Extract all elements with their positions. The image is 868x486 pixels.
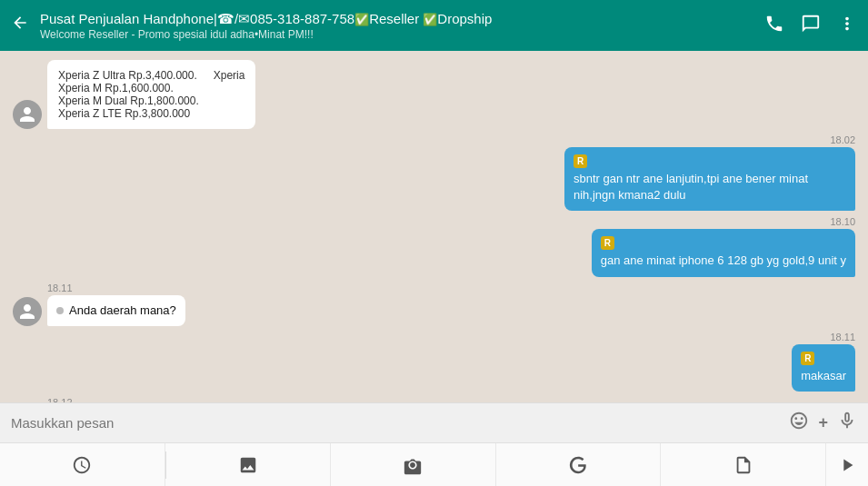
message-row: Xperia Z Ultra Rp.3,400.000. Xperia M Rp… [13,60,855,129]
image-toolbar-item[interactable] [166,443,332,486]
bubble-sender: R [574,154,846,168]
avatar [13,297,42,326]
bottom-toolbar [0,442,868,486]
phone-icon[interactable] [764,14,784,38]
message-row: 18.11 Anda daerah mana? [13,283,855,326]
message-text: Anda daerah mana? [69,303,176,319]
input-icons: + [789,411,857,435]
sender-badge: R [801,352,814,365]
message-bubble: R sbntr gan ntr ane lanjutin,tpi ane ben… [564,147,855,211]
bubble-wrap: 18.11 Anda daerah mana? [47,283,185,326]
back-button[interactable] [11,14,29,37]
timestamp: 18.11 [830,332,855,342]
chat-header: Pusat Penjualan Handphone|☎/✉085-318-887… [0,0,868,51]
google-toolbar-item[interactable] [496,443,662,486]
emoji-icon[interactable] [789,411,809,435]
bubble-wrap: 18.10 R gan ane minat iphone 6 128 gb yg… [592,216,855,276]
message-row: 18.10 R gan ane minat iphone 6 128 gb yg… [13,216,855,276]
product-bubble: Xperia Z Ultra Rp.3,400.000. Xperia M Rp… [47,60,255,129]
sender-badge: R [574,154,587,168]
mic-icon[interactable] [837,411,857,435]
more-toolbar-arrow[interactable] [826,455,868,475]
status-dot [56,307,64,314]
bubble-wrap: 18.02 R sbntr gan ntr ane lanjutin,tpi a… [564,134,855,211]
bubble-sender: R [801,352,846,365]
bubble-wrap: 18.11 R makasar [792,332,855,392]
sender-badge: R [601,236,614,250]
clock-toolbar-item[interactable] [0,443,165,486]
message-text: gan ane minat iphone 6 128 gb yg gold,9 … [601,253,846,267]
message-text: makasar [801,369,846,382]
video-icon[interactable] [801,14,821,38]
chat-title: Pusat Penjualan Handphone|☎/✉085-318-887… [40,10,764,28]
avatar [13,100,42,129]
file-toolbar-item[interactable] [661,443,826,486]
more-icon[interactable] [837,14,857,38]
timestamp: 18.11 [47,283,73,293]
camera-toolbar-item[interactable] [331,443,496,486]
message-input[interactable] [11,415,782,431]
input-bar: + [0,402,868,442]
message-text: sbntr gan ntr ane lanjutin,tpi ane bener… [574,172,808,202]
chat-area: Xperia Z Ultra Rp.3,400.000. Xperia M Rp… [0,51,868,402]
bubble-wrap: Xperia Z Ultra Rp.3,400.000. Xperia M Rp… [47,60,255,129]
message-row: 18.11 R makasar [13,332,855,392]
chat-subtitle: Welcome Reseller - Promo spesial idul ad… [40,28,764,41]
attach-plus-icon[interactable]: + [818,413,828,432]
bubble-sender: R [601,236,846,250]
message-bubble: R gan ane minat iphone 6 128 gb yg gold,… [592,229,855,276]
header-action-icons [764,14,857,38]
message-row: 18.02 R sbntr gan ntr ane lanjutin,tpi a… [13,134,855,211]
message-bubble: Anda daerah mana? [47,295,185,326]
timestamp: 18.02 [830,134,855,145]
message-bubble: R makasar [792,344,855,392]
header-info: Pusat Penjualan Handphone|☎/✉085-318-887… [40,10,764,41]
timestamp: 18.10 [830,216,855,227]
